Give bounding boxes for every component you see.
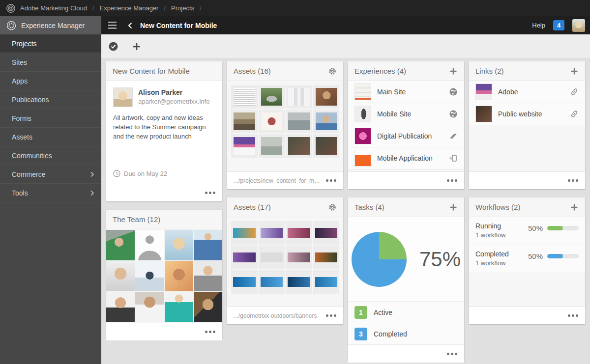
more-actions-button[interactable] [447, 179, 458, 182]
links-card[interactable]: Links (2) Adobe Public website [469, 61, 585, 189]
experiences-card[interactable]: Experiences (4) Main Site Mobile Site [348, 61, 464, 189]
owner-email: aparker@geometrixx.info [138, 98, 209, 105]
asset-thumbnail[interactable] [286, 270, 312, 294]
sidebar-item-projects[interactable]: Projects [0, 34, 101, 53]
more-actions-button[interactable] [326, 314, 337, 317]
asset-thumbnail[interactable] [231, 270, 258, 294]
team-member-photo[interactable] [194, 261, 222, 291]
asset-thumbnail[interactable] [313, 85, 340, 109]
menu-icon[interactable] [108, 22, 117, 29]
link-row-public-website[interactable]: Public website [469, 103, 585, 125]
asset-thumbnail[interactable] [231, 221, 258, 245]
settings-button[interactable] [328, 203, 337, 212]
asset-thumbnail[interactable] [231, 246, 258, 269]
back-button[interactable] [126, 22, 134, 29]
asset-image [288, 277, 310, 287]
more-actions-button[interactable] [568, 179, 579, 182]
team-member-photo[interactable] [194, 292, 222, 322]
team-member-photo[interactable] [165, 292, 193, 322]
experience-row-mobile-application[interactable]: Mobile Application [348, 147, 464, 169]
asset-thumbnail[interactable] [286, 134, 312, 158]
experience-row-digital-publication[interactable]: Digital Publication [348, 125, 464, 147]
team-member-photo[interactable] [135, 230, 164, 260]
more-actions-button[interactable] [568, 314, 579, 317]
add-experience-button[interactable] [449, 67, 458, 76]
sidebar-item-assets[interactable]: Assets [0, 128, 101, 146]
asset-thumbnail[interactable] [313, 134, 340, 158]
more-actions-button[interactable] [205, 331, 216, 333]
add-workflow-button[interactable] [570, 203, 579, 212]
breadcrumb-item-experience-manager[interactable]: Experience Manager [99, 4, 158, 12]
team-member-photo[interactable] [135, 261, 164, 291]
asset-thumbnail[interactable] [259, 221, 285, 245]
team-member-photo[interactable] [106, 261, 135, 291]
more-actions-button[interactable] [447, 353, 458, 355]
sidebar-item-commerce[interactable]: Commerce [0, 165, 101, 184]
asset-thumbnail[interactable] [259, 134, 285, 158]
sidebar-item-sites[interactable]: Sites [0, 53, 101, 72]
sidebar-item-tools[interactable]: Tools [0, 184, 101, 202]
team-member-photo[interactable] [135, 292, 164, 322]
link-row-adobe[interactable]: Adobe [469, 81, 585, 103]
assets-card[interactable]: Assets (17) [227, 197, 343, 324]
asset-thumbnail[interactable] [259, 85, 285, 109]
asset-thumbnail[interactable] [231, 110, 258, 133]
workflows-card[interactable]: Workflows (2) Running 1 workflow 50% [469, 197, 585, 324]
asset-image [288, 88, 310, 106]
select-mode-button[interactable] [109, 42, 118, 51]
more-actions-button[interactable] [205, 192, 216, 194]
asset-folder-path[interactable]: .../geometrixx-outdoors/banners [234, 312, 317, 319]
plus-icon [132, 42, 142, 52]
breadcrumb-item-marketing-cloud[interactable]: Adobe Marketing Cloud [20, 4, 87, 12]
asset-thumbnail[interactable] [313, 221, 340, 245]
sidebar-item-publications[interactable]: Publications [0, 90, 101, 109]
team-member-photo[interactable] [106, 230, 135, 260]
project-info-card[interactable]: New Content for Mobile Alison Parker apa… [106, 61, 222, 201]
add-link-button[interactable] [570, 67, 579, 76]
active-count-badge: 1 [354, 306, 367, 319]
asset-thumbnail-grid [227, 217, 343, 298]
sidebar-item-forms[interactable]: Forms [0, 109, 101, 128]
asset-thumbnail[interactable] [259, 246, 285, 269]
asset-thumbnail[interactable] [313, 270, 340, 294]
gear-icon [328, 67, 337, 76]
workflow-progress-fill [547, 254, 563, 258]
asset-thumbnail[interactable] [231, 134, 258, 158]
tasks-row-completed[interactable]: 3 Completed [348, 323, 464, 345]
tasks-card[interactable]: Tasks (4) 75% 1 Active 3 Completed [348, 197, 464, 361]
workflow-row-running[interactable]: Running 1 workflow 50% [469, 217, 585, 245]
experience-row-main-site[interactable]: Main Site [348, 81, 464, 103]
asset-thumbnail[interactable] [313, 110, 340, 133]
user-avatar[interactable] [572, 19, 585, 32]
asset-thumbnail[interactable] [286, 110, 312, 133]
add-task-button[interactable] [449, 203, 458, 212]
notification-badge[interactable]: 4 [553, 20, 564, 30]
asset-thumbnail[interactable] [259, 110, 285, 133]
settings-button[interactable] [328, 67, 337, 76]
tasks-row-active[interactable]: 1 Active [348, 302, 464, 323]
asset-thumbnail[interactable] [286, 85, 312, 109]
asset-folder-path[interactable]: .../projects/new_content_for_mobile [234, 177, 322, 184]
team-member-photo[interactable] [106, 292, 135, 322]
sidebar-item-apps[interactable]: Apps [0, 72, 101, 90]
add-button[interactable] [132, 42, 142, 52]
asset-thumbnail[interactable] [231, 85, 258, 109]
asset-thumbnail[interactable] [286, 221, 312, 245]
sidebar-item-communities[interactable]: Communities [0, 146, 101, 165]
team-member-photo[interactable] [165, 230, 193, 260]
asset-image [233, 277, 256, 287]
asset-thumbnail[interactable] [313, 246, 340, 269]
team-card[interactable]: The Team (12) [106, 210, 222, 339]
team-member-photo[interactable] [194, 230, 222, 260]
help-link[interactable]: Help [532, 22, 545, 29]
assets-card[interactable]: Assets (16) [227, 61, 343, 189]
breadcrumb-item-projects[interactable]: Projects [171, 4, 194, 12]
asset-thumbnail[interactable] [286, 246, 312, 269]
sidebar-app-header[interactable]: Experience Manager [0, 16, 101, 34]
asset-image [261, 228, 283, 238]
team-member-photo[interactable] [165, 261, 193, 291]
workflow-row-completed[interactable]: Completed 1 workflow 50% [469, 245, 585, 273]
asset-thumbnail[interactable] [259, 270, 285, 294]
experience-row-mobile-site[interactable]: Mobile Site [348, 103, 464, 125]
more-actions-button[interactable] [326, 179, 337, 182]
